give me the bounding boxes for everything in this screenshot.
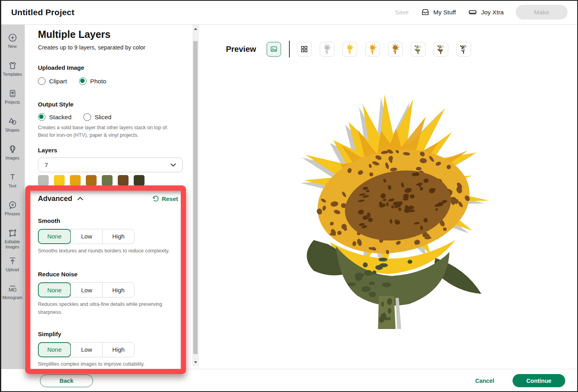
layer-flower-icon [457, 43, 469, 55]
text-icon: T [8, 172, 18, 182]
layer-flower-icon [435, 43, 447, 55]
image-icon [269, 45, 278, 53]
layer-flower-icon [321, 43, 333, 55]
layer-flower-icon [389, 43, 401, 55]
reduce-noise-option-none[interactable]: None [38, 282, 71, 297]
radio-circle[interactable] [38, 113, 46, 121]
thumbnail-layer-2[interactable] [342, 42, 357, 57]
divider [289, 41, 290, 57]
thumbnail-layer-5[interactable] [411, 42, 426, 57]
layers-value: 7 [45, 162, 48, 168]
sidebar-item-text[interactable]: T Text [0, 169, 25, 197]
reset-button[interactable]: Reset [151, 195, 178, 203]
cutting-machine-icon [468, 8, 477, 17]
smooth-option-high[interactable]: High [102, 229, 134, 244]
layer-flower-icon [366, 43, 378, 55]
smooth-option-low[interactable]: Low [71, 229, 103, 244]
upload-icon [8, 256, 18, 266]
continue-button[interactable]: Continue [513, 374, 565, 387]
smooth-label: Smooth [38, 217, 183, 224]
smooth-description: Smooths textures and rounds borders to r… [38, 247, 178, 255]
simplify-option-high[interactable]: High [102, 343, 134, 357]
scrollbar-thumb[interactable] [193, 41, 198, 354]
top-bar: Untitled Project Save My Stuff Joy Xtra … [0, 0, 578, 25]
thumbnail-layer-6[interactable] [434, 42, 448, 57]
layer-swatch[interactable] [102, 175, 113, 186]
radio-circle[interactable] [38, 77, 46, 85]
panel-subtitle: Creates up to 9 layers, separated by col… [38, 44, 183, 51]
my-stuff-label: My Stuff [434, 9, 456, 16]
layer-swatch[interactable] [134, 175, 144, 186]
sidebar-item-templates[interactable]: Templates [0, 57, 25, 85]
advanced-header: Advanced Reset [38, 195, 183, 203]
layer-swatch[interactable] [86, 175, 97, 186]
reduce-noise-option-high[interactable]: High [102, 283, 134, 297]
sidebar-item-images[interactable]: Images [0, 141, 25, 169]
tshirt-icon [8, 61, 18, 71]
sidebar-item-phrases[interactable]: Phrases [0, 197, 25, 225]
simplify-option-low[interactable]: Low [71, 343, 103, 357]
radio-sliced[interactable]: Sliced [83, 113, 111, 121]
make-button[interactable]: Make [516, 5, 568, 20]
layer-swatch[interactable] [70, 175, 81, 186]
project-card-icon [8, 89, 18, 98]
footer-bar: Back Cancel Continue [0, 369, 578, 392]
inbox-icon [421, 8, 430, 17]
sidebar-item-projects[interactable]: Projects [0, 85, 25, 113]
my-stuff-button[interactable]: My Stuff [421, 8, 456, 17]
layer-flower-icon [344, 43, 356, 55]
reduce-noise-description: Reduces speckles and ultra-fine details … [38, 301, 178, 316]
options-panel: Multiple Layers Creates up to 9 layers, … [25, 25, 192, 369]
smooth-option-none[interactable]: None [38, 229, 71, 244]
image-view-button[interactable] [267, 42, 281, 57]
sidebar-item-monogram[interactable]: MG Monogram [0, 281, 25, 309]
back-button[interactable]: Back [40, 374, 93, 387]
output-style-description: Creates a solid base layer that other la… [38, 124, 178, 140]
reduce-noise-segmented-control: None Low High [38, 282, 135, 297]
thumbnail-layer-1[interactable] [320, 42, 335, 57]
simplify-segmented-control: None Low High [38, 342, 135, 357]
save-button[interactable]: Save [395, 9, 408, 16]
sidebar-item-shapes[interactable]: Shapes [0, 113, 25, 141]
layer-swatch[interactable] [54, 175, 65, 186]
radio-circle[interactable] [83, 113, 91, 121]
scroll-down-arrow[interactable] [192, 359, 198, 365]
preview-area: Preview [198, 25, 578, 369]
scroll-up-arrow[interactable] [192, 26, 198, 32]
sidebar-item-editable-images[interactable]: Editable Images [0, 225, 25, 253]
reduce-noise-option-low[interactable]: Low [71, 283, 103, 297]
sidebar-item-new[interactable]: New [0, 30, 25, 57]
cancel-button[interactable]: Cancel [475, 378, 494, 384]
panel-scrollbar[interactable] [192, 25, 198, 366]
layer-swatch[interactable] [38, 175, 49, 186]
smooth-segmented-control: None Low High [38, 229, 135, 244]
simplify-description: Simplifies complex images to improve cut… [38, 360, 178, 368]
layers-dropdown[interactable]: 7 [38, 158, 183, 172]
chevron-down-icon [170, 163, 176, 167]
grid-view-icon [298, 43, 310, 55]
hot-air-balloon-icon [8, 144, 18, 154]
advanced-toggle[interactable]: Advanced [38, 195, 83, 203]
layer-flower-icon [412, 43, 424, 55]
layers-label: Layers [38, 147, 183, 154]
vector-nodes-icon [8, 228, 18, 238]
thumbnail-all-layers[interactable] [297, 42, 312, 57]
svg-text:MG: MG [8, 287, 16, 293]
thumbnail-layer-4[interactable] [388, 42, 403, 57]
simplify-option-none[interactable]: None [38, 342, 71, 357]
reset-undo-icon [151, 195, 159, 203]
layer-thumbnails [297, 42, 471, 57]
reduce-noise-label: Reduce Noise [38, 271, 183, 278]
plus-circle-icon [8, 33, 18, 43]
thumbnail-layer-3[interactable] [365, 42, 380, 57]
thumbnail-layer-7[interactable] [456, 42, 471, 57]
machine-selector[interactable]: Joy Xtra [468, 8, 504, 17]
radio-stacked[interactable]: Stacked [38, 113, 71, 121]
radio-clipart[interactable]: Clipart [38, 77, 67, 85]
radio-photo[interactable]: Photo [79, 77, 107, 85]
left-sidebar: New Templates Projects Shapes Images T T… [0, 25, 25, 392]
sidebar-item-upload[interactable]: Upload [0, 253, 25, 281]
sunflower-preview-image [260, 75, 523, 330]
layer-swatch[interactable] [118, 175, 129, 186]
radio-circle[interactable] [79, 77, 87, 85]
